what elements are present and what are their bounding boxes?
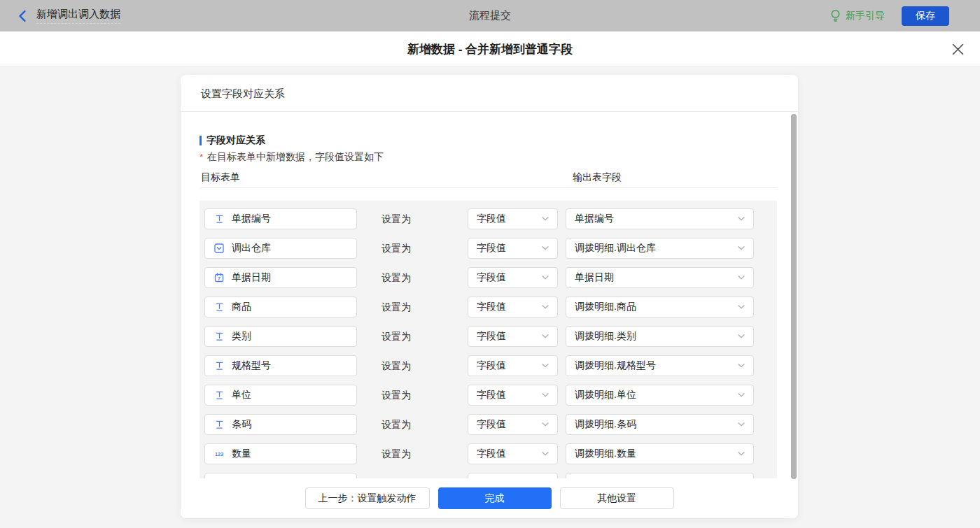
set-as-label: 设置为	[382, 238, 430, 259]
chevron-down-icon	[738, 364, 745, 368]
value-mode-select[interactable]: 字段值	[468, 267, 558, 288]
field-mapping-row: 规格型号设置为字段值调拨明细.规格型号	[200, 355, 777, 376]
topbar: 新增调出调入数据 流程提交 新手引导 保存	[0, 0, 980, 31]
date-field-icon: 7	[214, 273, 225, 283]
value-mode-select[interactable]: 字段值	[468, 208, 558, 229]
output-field-select-value: 调拨明细.单位	[575, 389, 636, 401]
target-field-label: 数量	[232, 448, 251, 460]
output-field-select[interactable]: 调拨明细.商品	[566, 297, 754, 317]
column-header-target-form: 目标表单	[201, 171, 240, 184]
output-field-select[interactable]: 调拨明细.类别	[566, 326, 754, 347]
value-mode-select-value: 字段值	[477, 271, 506, 284]
set-as-label: 设置为	[382, 326, 430, 347]
target-field-chip: 商品	[204, 297, 357, 317]
target-field-label: 商品	[232, 301, 251, 313]
value-mode-select[interactable]: 字段值	[468, 238, 558, 259]
output-field-select-value: 调拨明细.规格型号	[575, 359, 656, 372]
target-field-chip: 条码	[204, 414, 357, 435]
output-field-select[interactable]: 单据日期	[566, 267, 754, 288]
output-field-select-value: 调拨明细.类别	[575, 330, 636, 343]
beginner-guide-link[interactable]: 新手引导	[830, 9, 885, 23]
value-mode-select-value: 字段值	[477, 359, 506, 372]
section-title: 字段对应关系	[206, 134, 265, 147]
chevron-down-icon	[738, 334, 745, 338]
output-field-select[interactable]: 调拨明细.单位	[566, 385, 754, 406]
chevron-down-icon	[738, 452, 745, 456]
hint-text: 在目标表单中新增数据，字段值设置如下	[207, 151, 384, 164]
output-field-select-value: 调拨明细.商品	[575, 301, 636, 313]
save-button[interactable]: 保存	[902, 6, 949, 26]
set-as-label: 设置为	[382, 355, 430, 376]
field-mapping-card: 设置字段对应关系 字段对应关系 * 在目标表单中新增数据，字段值设置如下 目标表…	[181, 75, 798, 518]
card-header-title: 设置字段对应关系	[181, 75, 798, 112]
output-field-select-value: 调拨明细.数量	[575, 448, 636, 460]
value-mode-select[interactable]: 字段值	[468, 326, 558, 347]
output-field-select[interactable]: 调拨明细.条码	[566, 414, 754, 435]
set-as-label	[382, 473, 430, 478]
value-mode-select-value: 字段值	[477, 330, 506, 343]
value-mode-select[interactable]: 字段值	[468, 414, 558, 435]
column-divider	[200, 187, 777, 188]
value-mode-select[interactable]: 字段值	[468, 385, 558, 406]
chevron-down-icon	[738, 305, 745, 309]
target-field-chip: 123数量	[204, 443, 357, 464]
text-field-icon	[214, 390, 225, 400]
chevron-down-icon	[542, 422, 549, 427]
card-footer: 上一步：设置触发动作 完成 其他设置	[181, 478, 798, 518]
set-as-label: 设置为	[382, 267, 430, 288]
chevron-down-icon	[542, 334, 549, 338]
value-mode-select-value: 字段值	[477, 389, 506, 401]
output-field-select-value: 单据编号	[575, 213, 614, 225]
column-header-output-field: 输出表字段	[573, 171, 622, 184]
text-field-icon	[214, 361, 225, 371]
number-field-icon: 123	[214, 449, 225, 459]
value-mode-select-value: 字段值	[477, 448, 506, 460]
output-field-select[interactable]: 调拨明细.规格型号	[566, 355, 754, 376]
section-accent-bar	[200, 136, 202, 145]
target-field-label: 类别	[232, 330, 251, 343]
chevron-down-icon	[542, 393, 549, 397]
close-icon[interactable]	[951, 43, 964, 55]
field-mapping-row: 单位设置为字段值调拨明细.单位	[200, 385, 777, 406]
output-field-select[interactable]: 调拨明细.数量	[566, 443, 754, 464]
output-field-select[interactable]	[566, 473, 754, 478]
output-field-select-value: 调拨明细.调出仓库	[575, 242, 656, 255]
scrollbar-thumb[interactable]	[791, 114, 797, 479]
chevron-down-icon	[738, 217, 745, 221]
chevron-down-icon	[542, 364, 549, 368]
field-mapping-row: 123数量设置为字段值调拨明细.数量	[200, 443, 777, 464]
prev-step-button[interactable]: 上一步：设置触发动作	[305, 487, 430, 509]
value-mode-select[interactable]	[468, 473, 558, 478]
field-mapping-row: 类别设置为字段值调拨明细.类别	[200, 326, 777, 347]
field-mapping-row: 条码设置为字段值调拨明细.条码	[200, 414, 777, 435]
chevron-down-icon	[542, 452, 549, 456]
target-field-label: 条码	[232, 418, 251, 431]
target-field-label: 规格型号	[232, 359, 271, 372]
set-as-label: 设置为	[382, 385, 430, 406]
value-mode-select-value: 字段值	[477, 242, 506, 255]
guide-label: 新手引导	[846, 10, 885, 22]
text-field-icon	[214, 331, 225, 341]
field-mapping-rows: 单据编号设置为字段值单据编号调出仓库设置为字段值调拨明细.调出仓库7单据日期设置…	[200, 201, 777, 478]
other-settings-button[interactable]: 其他设置	[560, 487, 674, 509]
text-field-icon	[214, 420, 225, 429]
set-as-label: 设置为	[382, 208, 430, 229]
target-field-chip: 规格型号	[204, 355, 357, 376]
output-field-select[interactable]: 单据编号	[566, 208, 754, 229]
value-mode-select[interactable]: 字段值	[468, 443, 558, 464]
field-mapping-row: 单据编号设置为字段值单据编号	[200, 208, 777, 229]
target-field-chip: 7单据日期	[204, 267, 357, 288]
field-mapping-row: 商品设置为字段值调拨明细.商品	[200, 297, 777, 317]
value-mode-select[interactable]: 字段值	[468, 297, 558, 317]
target-field-label: 单位	[232, 389, 251, 401]
chevron-down-icon	[542, 305, 549, 309]
set-as-label: 设置为	[382, 414, 430, 435]
lightbulb-icon	[830, 9, 841, 23]
done-button[interactable]: 完成	[438, 487, 552, 509]
output-field-select[interactable]: 调拨明细.调出仓库	[566, 238, 754, 259]
modal-header: 新增数据 - 合并新增到普通字段	[0, 31, 980, 66]
value-mode-select[interactable]: 字段值	[468, 355, 558, 376]
text-field-icon	[214, 302, 225, 312]
chevron-down-icon	[738, 422, 745, 427]
select-field-icon	[214, 243, 225, 253]
